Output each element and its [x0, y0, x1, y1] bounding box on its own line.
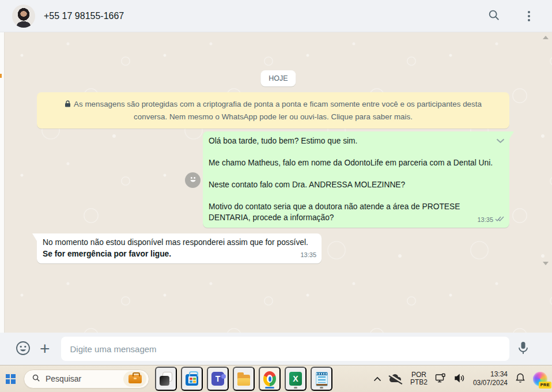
- excel-icon: X: [289, 372, 302, 386]
- date-pill: HOJE: [260, 70, 296, 86]
- message-meta: 13:35: [300, 250, 316, 261]
- chat-header: +55 17 98155-1667: [0, 0, 552, 32]
- chat-scroll-area[interactable]: HOJE As mensagens são protegidas com a c…: [5, 32, 552, 333]
- tray-overflow-button[interactable]: [373, 375, 381, 383]
- contact-phone-title[interactable]: +55 17 98155-1667: [44, 11, 124, 21]
- auto-reply-text: No momento não estou disponível mas resp…: [43, 237, 316, 248]
- menu-button[interactable]: [521, 9, 537, 24]
- speaker-icon: [454, 374, 466, 385]
- file-explorer-icon: [237, 375, 250, 386]
- google-chrome-icon: [263, 371, 276, 386]
- onedrive-offline-icon: [389, 374, 403, 383]
- tray-time: 13:34: [490, 370, 508, 378]
- onedrive-status-button[interactable]: [389, 374, 403, 383]
- bell-icon: [515, 372, 525, 385]
- microsoft-store-button[interactable]: [181, 367, 203, 391]
- cast-display-button[interactable]: [435, 373, 447, 385]
- message-time: 13:35: [300, 250, 316, 261]
- clock-calendar[interactable]: 13:34 03/07/2024: [473, 370, 508, 387]
- attach-button[interactable]: +: [40, 341, 50, 356]
- emoji-button[interactable]: [16, 341, 31, 357]
- react-smiley-icon: [188, 175, 198, 186]
- encryption-notice-text: As mensagens são protegidas com a cripto…: [74, 100, 482, 121]
- scroll-up-arrow[interactable]: [543, 36, 549, 39]
- scroll-down-arrow[interactable]: [543, 262, 549, 265]
- excel-button[interactable]: X: [285, 367, 307, 391]
- language-indicator[interactable]: POR PTB2: [410, 371, 428, 387]
- emoji-icon: [16, 341, 31, 357]
- volume-button[interactable]: [454, 374, 466, 385]
- outgoing-message-bubble: Olá boa tarde, tudo bem? Estimo que sim.…: [203, 131, 509, 228]
- search-icon: [487, 9, 500, 23]
- file-explorer-button[interactable]: [233, 367, 255, 391]
- taskbar-search-box[interactable]: Pesquisar: [24, 370, 149, 389]
- tray-date: 03/07/2024: [473, 379, 508, 387]
- kebab-menu-icon: [524, 10, 534, 22]
- double-check-icon: [495, 214, 504, 225]
- voice-message-button[interactable]: [517, 341, 530, 357]
- message-meta: 13:35: [477, 214, 504, 225]
- header-actions: [487, 9, 537, 24]
- auto-reply-bold-text: Se for emergência por favor ligue.: [43, 248, 316, 260]
- message-paragraph: Me chamo Matheus, falo em nome da Odonto…: [209, 157, 504, 168]
- chevron-up-icon: [373, 375, 381, 383]
- background-window-mark: [0, 74, 2, 78]
- message-options-chevron[interactable]: [496, 135, 505, 146]
- windows-taskbar: Pesquisar T X: [0, 365, 552, 392]
- search-highlight-badge[interactable]: [123, 371, 146, 387]
- incoming-message-bubble: No momento não estou disponível mas resp…: [37, 233, 322, 263]
- task-view-button[interactable]: [155, 367, 177, 391]
- cast-display-icon: [435, 373, 447, 385]
- lock-icon: [65, 99, 71, 111]
- message-input[interactable]: [61, 337, 509, 361]
- search-icon: [32, 374, 40, 385]
- copilot-icon: PRE: [533, 372, 547, 386]
- taskbar-apps: T X: [155, 367, 332, 391]
- message-paragraph: Neste contato falo com Dra. ANDRESSA MOL…: [209, 179, 504, 190]
- copilot-button[interactable]: PRE: [533, 372, 547, 386]
- message-time: 13:35: [477, 214, 493, 225]
- windows-logo-icon: [6, 374, 16, 384]
- copilot-preview-badge: PRE: [539, 382, 551, 389]
- message-paragraph: Olá boa tarde, tudo bem? Estimo que sim.: [209, 135, 504, 146]
- contact-avatar[interactable]: [12, 5, 35, 28]
- microsoft-teams-button[interactable]: T: [207, 367, 229, 391]
- notepad-button[interactable]: [311, 367, 332, 391]
- notifications-button[interactable]: [515, 372, 525, 385]
- keyboard-layout: PTB2: [410, 378, 428, 386]
- react-button[interactable]: [185, 172, 201, 188]
- encryption-notice-banner[interactable]: As mensagens são protegidas com a cripto…: [37, 92, 509, 129]
- briefcase-icon: [128, 375, 142, 383]
- taskbar-search-label: Pesquisar: [46, 374, 123, 383]
- microsoft-teams-icon: T: [211, 372, 224, 386]
- google-chrome-button[interactable]: [259, 367, 281, 391]
- start-button[interactable]: [3, 371, 18, 386]
- language-code: POR: [411, 371, 426, 379]
- task-view-icon: [160, 372, 172, 386]
- mic-icon: [517, 341, 530, 357]
- system-tray: POR PTB2: [373, 370, 547, 387]
- background-window-edge: [0, 32, 5, 333]
- microsoft-store-icon: [186, 374, 198, 386]
- search-button[interactable]: [487, 9, 500, 23]
- notepad-icon: [316, 372, 328, 386]
- message-composer: +: [0, 333, 552, 365]
- plus-icon: +: [40, 341, 50, 356]
- message-paragraph: Motivo do contato seria que a doutora nã…: [209, 201, 504, 223]
